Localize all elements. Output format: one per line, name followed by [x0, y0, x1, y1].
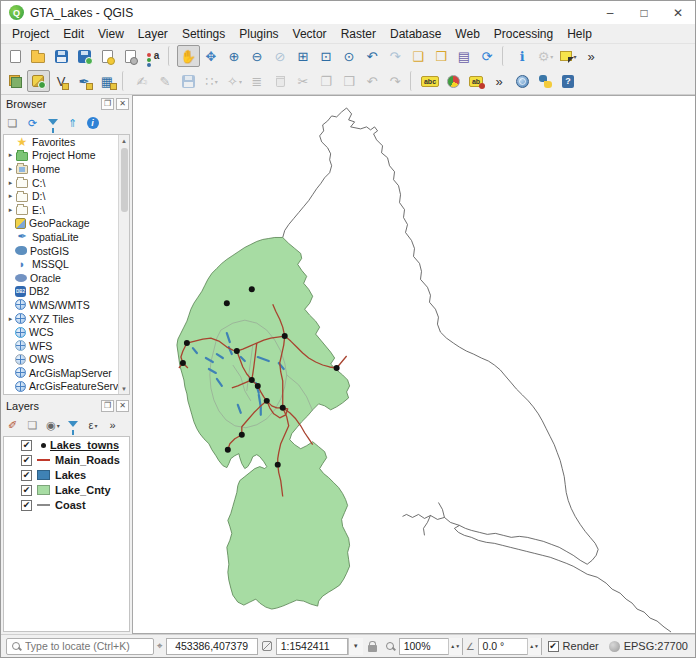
layer-diagrams[interactable] [442, 70, 465, 92]
scroll-up-icon[interactable]: ▲ [121, 135, 127, 146]
close-button[interactable]: ✕ [661, 1, 695, 24]
layer-labeling-single[interactable]: ab [465, 70, 488, 92]
map-canvas[interactable] [132, 95, 695, 634]
save-project-as[interactable] [73, 45, 96, 67]
collapse-all[interactable]: ⇑ [63, 114, 83, 133]
menu-item[interactable]: View [91, 25, 131, 43]
save-project[interactable] [50, 45, 73, 67]
zoom-to-selection[interactable]: ⊙ [338, 45, 361, 67]
menu-item[interactable]: Vector [286, 25, 334, 43]
menu-item[interactable]: Layer [131, 25, 175, 43]
open-project[interactable] [27, 45, 50, 67]
add-selected-layers[interactable]: ❏ [3, 114, 23, 133]
browser-item[interactable]: DB2 [4, 285, 129, 299]
menu-item[interactable]: Web [448, 25, 486, 43]
browser-item[interactable]: ▸ C:\ [4, 176, 129, 190]
zoom-native[interactable]: ⊘ [269, 45, 292, 67]
browser-item[interactable]: Oracle [4, 271, 129, 285]
browser-scrollbar[interactable]: ▲ ▼ [118, 135, 129, 394]
layer-item[interactable]: Main_Roads [4, 453, 129, 467]
browser-item[interactable]: ▸ E:\ [4, 203, 129, 217]
magnifier-spinbox[interactable]: 100% ▲▼ [399, 638, 463, 655]
layer-visibility-checkbox[interactable] [21, 485, 32, 496]
redo[interactable]: ↷ [384, 70, 407, 92]
browser-item[interactable]: ArcGisMapServer [4, 366, 129, 380]
spinner-arrows-icon[interactable]: ▲▼ [527, 638, 541, 655]
layer-visibility-checkbox[interactable] [21, 455, 32, 466]
browser-item[interactable]: ▸ Project Home [4, 149, 129, 163]
menu-item[interactable]: Processing [487, 25, 560, 43]
scrollbar-thumb[interactable] [121, 148, 128, 212]
layer-visibility-checkbox[interactable] [21, 470, 32, 481]
extent-toggle-icon[interactable] [262, 641, 272, 651]
menu-item[interactable]: Settings [175, 25, 232, 43]
delete-selected[interactable] [269, 70, 292, 92]
save-layer-edits[interactable] [177, 70, 200, 92]
menu-item[interactable]: Help [560, 25, 599, 43]
help[interactable] [557, 70, 580, 92]
paste-features[interactable]: ❒ [338, 70, 361, 92]
layer-item[interactable]: Lakes [4, 468, 129, 482]
browser-item[interactable]: ▸ Home [4, 162, 129, 176]
coordinate-display[interactable]: 453386,407379 [166, 638, 258, 655]
layer-visibility-checkbox[interactable] [21, 440, 32, 451]
close-panel-icon[interactable]: ✕ [116, 400, 129, 412]
menu-item[interactable]: Project [5, 25, 56, 43]
manage-map-themes[interactable]: ◉ ▾ [43, 416, 63, 435]
render-toggle[interactable]: Render [548, 640, 599, 652]
menu-item[interactable]: Edit [56, 25, 91, 43]
add-feature[interactable]: ∷ ▾ [200, 70, 223, 92]
scale-dropdown-icon[interactable]: ▼ [348, 638, 363, 655]
browser-item[interactable]: MSSQL [4, 257, 129, 271]
new-virtual-layer[interactable]: ▦ [96, 70, 119, 92]
cut-features[interactable]: ✂ [292, 70, 315, 92]
browser-item[interactable]: ArcGisFeatureServer [4, 380, 129, 394]
identify-features[interactable]: ℹ [511, 45, 534, 67]
show-layout-manager[interactable] [119, 45, 142, 67]
filter-by-expression[interactable]: ε ▾ [83, 416, 103, 435]
pan-map[interactable]: ✋ [177, 45, 200, 67]
copy-features[interactable]: ❐ [315, 70, 338, 92]
toolbar-overflow[interactable]: » [580, 45, 603, 67]
modify-attributes[interactable]: ≣ [246, 70, 269, 92]
new-print-layout[interactable] [96, 45, 119, 67]
pan-map-to-selection[interactable]: ✥ [200, 45, 223, 67]
filter-browser[interactable] [43, 114, 63, 133]
new-project[interactable] [4, 45, 27, 67]
zoom-out[interactable]: ⊖ [246, 45, 269, 67]
style-manager[interactable]: a [142, 45, 165, 67]
spinner-arrows-icon[interactable]: ▲▼ [448, 638, 462, 655]
add-group[interactable]: ❏ [23, 416, 43, 435]
open-data-source-manager[interactable] [4, 70, 27, 92]
panel-overflow[interactable]: » [103, 416, 123, 435]
filter-legend[interactable] [63, 416, 83, 435]
metasearch[interactable] [511, 70, 534, 92]
scale-combobox[interactable]: 1:1542411 [276, 638, 348, 655]
maximize-button[interactable]: □ [627, 1, 661, 24]
zoom-next[interactable]: ↷ [384, 45, 407, 67]
current-edits[interactable]: ✍ [131, 70, 154, 92]
expand-arrow-icon[interactable]: ▸ [6, 192, 15, 200]
new-spatial-bookmark[interactable]: ❑ [407, 45, 430, 67]
zoom-in[interactable]: ⊕ [223, 45, 246, 67]
new-geopackage-layer[interactable] [27, 70, 50, 92]
toolbar-overflow[interactable]: » [488, 70, 511, 92]
browser-item[interactable]: WCS [4, 325, 129, 339]
new-shapefile-layer[interactable]: V [50, 70, 73, 92]
locate-input[interactable] [25, 640, 149, 652]
expand-arrow-icon[interactable]: ▸ [6, 151, 15, 159]
float-panel-icon[interactable]: ❐ [101, 98, 114, 110]
browser-item[interactable]: WMS/WMTS [4, 298, 129, 312]
expand-arrow-icon[interactable]: ▸ [6, 206, 15, 214]
zoom-full[interactable]: ⊞ [292, 45, 315, 67]
run-feature-action[interactable]: ⚙ ▾ [534, 45, 557, 67]
float-panel-icon[interactable]: ❐ [101, 400, 114, 412]
layer-item[interactable]: Lakes_towns [4, 438, 129, 452]
locator-bar[interactable] [6, 638, 154, 655]
expand-arrow-icon[interactable]: ▸ [6, 315, 15, 323]
zoom-to-layer[interactable]: ⊡ [315, 45, 338, 67]
zoom-last[interactable]: ↶ [361, 45, 384, 67]
open-layer-styling-panel[interactable]: ✐ [3, 416, 23, 435]
browser-item[interactable]: OWS [4, 353, 129, 367]
layer-item[interactable]: Lake_Cnty [4, 483, 129, 497]
